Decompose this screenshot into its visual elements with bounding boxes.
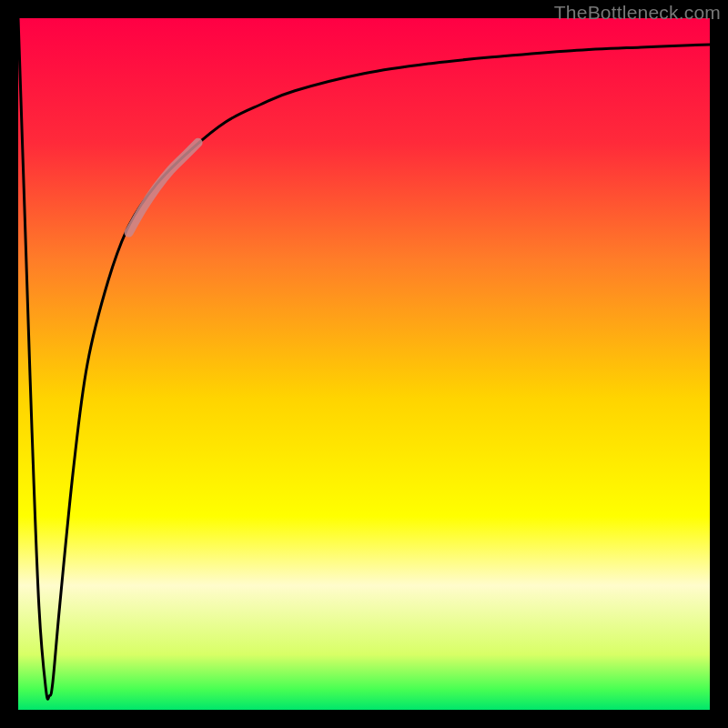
chart-frame: TheBottleneck.com [0,0,728,728]
watermark-text: TheBottleneck.com [554,2,721,24]
curve-layer [18,18,710,710]
bottleneck-curve [18,18,710,699]
highlight-segment [129,143,198,233]
plot-area [18,18,710,710]
